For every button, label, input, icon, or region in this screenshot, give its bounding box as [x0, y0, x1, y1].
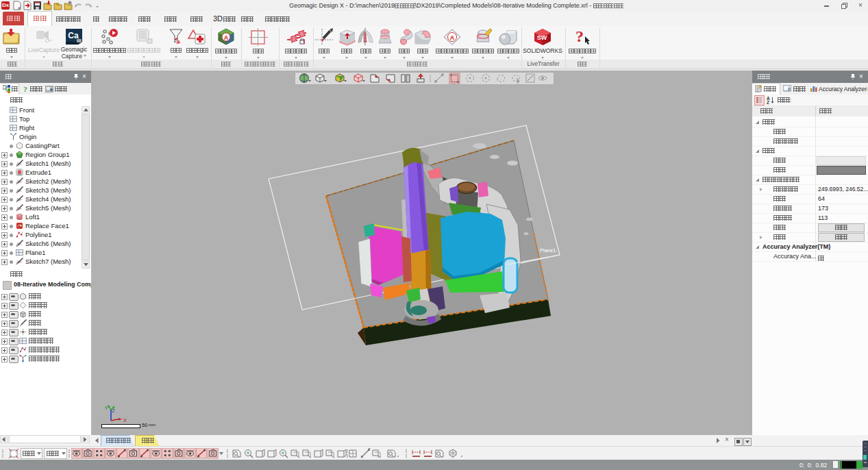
svg-text:A: A: [450, 34, 455, 41]
svg-text:A: A: [224, 34, 229, 41]
svg-text:Plane1: Plane1: [540, 247, 556, 253]
svg-text:?: ?: [23, 85, 27, 93]
svg-text:Y: Y: [105, 406, 108, 410]
svg-text:Z: Z: [767, 100, 769, 104]
svg-text:X: X: [123, 417, 127, 423]
svg-text:Ca: Ca: [68, 31, 79, 40]
svg-text:?: ?: [575, 28, 584, 45]
svg-text:SW: SW: [537, 34, 547, 41]
svg-text:Z: Z: [112, 408, 115, 413]
